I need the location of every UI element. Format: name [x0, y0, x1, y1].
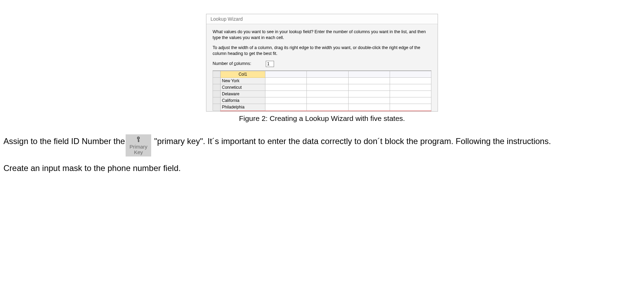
grid-cell-empty[interactable] — [307, 97, 348, 104]
grid-cell-empty[interactable] — [307, 84, 348, 91]
key-icon — [135, 136, 142, 143]
grid-cell-empty[interactable] — [390, 104, 431, 111]
grid-row-selector[interactable] — [213, 77, 221, 84]
primary-key-button[interactable]: Primary Key — [126, 134, 151, 156]
grid-cell-empty[interactable] — [307, 104, 348, 111]
grid-cell[interactable]: New York — [221, 77, 265, 84]
grid-data-row[interactable]: Philadelphia — [213, 104, 431, 111]
grid-cell[interactable]: Conneticut — [221, 84, 265, 91]
grid-cell-empty[interactable] — [348, 77, 390, 84]
number-of-columns-input[interactable] — [266, 61, 274, 67]
grid-cell-empty[interactable] — [390, 97, 431, 104]
grid-col-header-blank[interactable] — [307, 71, 348, 77]
grid-data-row[interactable]: California — [213, 97, 431, 104]
grid-data-row[interactable]: New York — [213, 77, 431, 84]
grid-cell-empty[interactable] — [390, 84, 431, 91]
paragraph-input-mask: Create an input mask to the phone number… — [3, 163, 641, 173]
dialog-intro-1: What values do you want to see in your l… — [213, 29, 431, 41]
grid-col-header-blank[interactable] — [348, 71, 390, 77]
grid-cell-empty[interactable] — [265, 84, 307, 91]
grid-row-selector[interactable] — [213, 97, 221, 104]
svg-point-1 — [138, 137, 139, 139]
grid-cell-empty[interactable] — [265, 104, 307, 111]
grid-cell-empty[interactable] — [307, 91, 348, 97]
grid-cell[interactable]: California — [221, 97, 265, 104]
grid-cell-empty[interactable] — [390, 91, 431, 97]
svg-rect-4 — [138, 141, 139, 142]
dialog-body: What values do you want to see in your l… — [206, 24, 438, 111]
paragraph-pk-after: "primary key". It´s important to enter t… — [152, 136, 551, 146]
grid-cell-empty[interactable] — [265, 77, 307, 84]
grid-col-header-blank[interactable] — [390, 71, 431, 77]
grid-cell-empty[interactable] — [348, 91, 390, 97]
primary-key-label-1: Primary — [126, 144, 151, 150]
grid-row-selector[interactable] — [213, 104, 221, 111]
figure-caption: Figure 2: Creating a Lookup Wizard with … — [3, 114, 641, 123]
values-grid[interactable]: Col1 New York — [213, 70, 431, 111]
grid-cell-empty[interactable] — [390, 77, 431, 84]
paragraph-pk-before: Assign to the field ID Number the — [3, 136, 125, 146]
grid-data-row[interactable]: Conneticut — [213, 84, 431, 91]
grid-cell-empty[interactable] — [348, 104, 390, 111]
grid-cell-empty[interactable] — [348, 97, 390, 104]
dialog-title: Lookup Wizard — [206, 14, 438, 24]
numcols-label-pre: Number of — [213, 61, 234, 66]
grid-cell[interactable]: Philadelphia — [221, 104, 265, 111]
grid-cell-empty[interactable] — [265, 91, 307, 97]
svg-rect-2 — [138, 139, 139, 142]
grid-cell-empty[interactable] — [265, 97, 307, 104]
number-of-columns-row: Number of columns: — [213, 61, 431, 67]
grid-col-header-blank[interactable] — [265, 71, 307, 77]
grid-header-row: Col1 — [213, 71, 431, 77]
lookup-wizard-dialog: Lookup Wizard What values do you want to… — [206, 14, 438, 112]
svg-rect-3 — [138, 140, 140, 141]
grid-cell-empty[interactable] — [307, 77, 348, 84]
grid-col-header-1[interactable]: Col1 — [221, 71, 265, 77]
grid-row-selector[interactable] — [213, 91, 221, 97]
paragraph-primary-key: Assign to the field ID Number the Primar… — [3, 131, 641, 153]
numcols-label-post: olumns: — [236, 61, 251, 66]
grid-data-row[interactable]: Delaware — [213, 91, 431, 97]
grid-row-selector[interactable] — [213, 84, 221, 91]
primary-key-label-2: Key — [126, 150, 151, 155]
dialog-intro-2: To adjust the width of a column, drag it… — [213, 45, 431, 57]
grid-cell-empty[interactable] — [348, 84, 390, 91]
grid-cell[interactable]: Delaware — [221, 91, 265, 97]
number-of-columns-label: Number of columns: — [213, 61, 251, 67]
grid-corner-cell[interactable] — [213, 71, 221, 77]
